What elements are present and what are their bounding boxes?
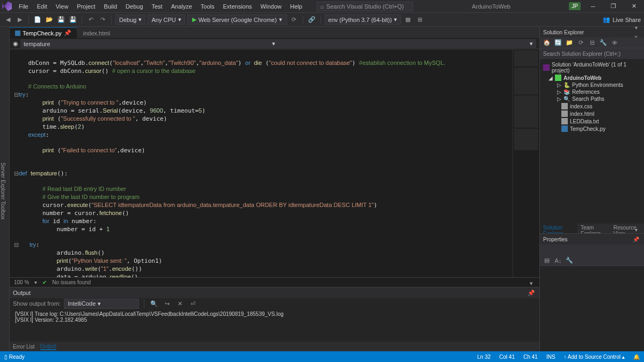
redo-button[interactable]: ↷ [98,15,107,25]
pin-icon[interactable]: 📌 [64,29,71,36]
error-list-tab[interactable]: Error List [13,344,35,350]
autohide-icon[interactable]: 📌 [631,234,641,244]
autohide-icon[interactable]: 📌 [526,288,536,298]
chevron-down-icon[interactable]: ▾ [34,279,37,285]
menu-edit[interactable]: Edit [33,2,51,11]
menu-extensions[interactable]: Extensions [219,2,256,11]
wrap-button[interactable]: ⏎ [188,299,197,308]
main-toolbar: ◀ ▶ 📄 📂 💾 💾 ↶ ↷ Debug▾ Any CPU▾ ▶Web Ser… [0,13,644,27]
zoom-level[interactable]: 100 % [14,279,29,285]
output-tab[interactable]: Output [40,343,56,350]
expand-icon[interactable]: ▷ [557,96,561,102]
platform-combo[interactable]: Any CPU▾ [148,14,185,25]
editor-section: TempCheck.py 📌 index.html ◉ tempature ▾ … [10,27,539,351]
user-badge[interactable]: JP [569,2,581,10]
refresh-button[interactable]: ⟳ [289,15,299,25]
menu-analyze[interactable]: Analyze [167,2,196,11]
output-source-label: Show output from: [13,300,61,307]
menu-help[interactable]: Help [286,2,306,11]
expand-icon[interactable]: ◢ [548,75,553,81]
categorize-icon[interactable]: ▤ [542,256,552,265]
sync-icon[interactable]: 🔄 [553,38,563,48]
solution-node[interactable]: Solution 'ArduinoToWeb' (1 of 1 project) [541,61,643,74]
minimize-button[interactable]: ─ [585,1,601,12]
quick-launch-input[interactable]: ⌕ Search Visual Studio (Ctrl+Q) [317,2,413,11]
expand-icon[interactable]: ▷ [557,89,561,95]
maximize-button[interactable]: ❐ [605,1,621,12]
menu-test[interactable]: Test [148,2,166,11]
expand-icon[interactable]: ▷ [557,82,561,88]
menu-project[interactable]: Project [73,2,99,11]
clear-button[interactable]: ✕ [175,299,185,308]
member-combo-2[interactable]: ▾ [279,39,537,48]
wrench-icon[interactable]: 🔧 [565,256,574,265]
save-button[interactable]: 💾 [56,15,66,25]
output-body[interactable]: [VSIX I] Trace log: C:\Users\James\AppDa… [10,309,539,342]
folder-search-paths[interactable]: ▷ 🔍 Search Paths [541,95,643,102]
layout-button[interactable]: ⊞ [415,15,425,25]
file-index-css[interactable]: index.css [541,102,643,110]
goto-button[interactable]: ↪ [162,299,172,308]
member-combo[interactable]: tempature ▾ [20,39,279,48]
save-all-button[interactable]: 💾 [68,15,78,25]
tab-solution-explorer[interactable]: Solution Explorer [540,224,577,233]
code-minimap[interactable] [513,49,539,277]
show-all-icon[interactable]: 📁 [565,38,574,48]
tab-index-html[interactable]: index.html [78,28,115,38]
file-index-html[interactable]: index.html [541,110,643,117]
open-button[interactable]: 📂 [45,15,54,25]
file-tempcheck[interactable]: TempCheck.py [541,125,643,132]
menu-file[interactable]: File [15,2,32,11]
properties-icon[interactable]: 🔧 [598,38,608,48]
status-line: Ln 32 [477,354,491,360]
refresh-icon[interactable]: ⟳ [576,38,586,48]
source-control-button[interactable]: ↑ Add to Source Control ▴ [564,354,625,360]
chevron-down-icon: ▾ [138,16,142,23]
dropdown-icon[interactable]: ▾ [631,27,641,32]
collapse-icon[interactable]: ⊟ [587,38,597,48]
right-panel: Solution Explorer ▾ ✕ 🏠 🔄 📁 ⟳ ⊟ 🔧 👁 Sear… [539,27,644,351]
folder-python-env[interactable]: ▷ 🐍 Python Environments [541,82,643,88]
menu-view[interactable]: View [52,2,72,11]
live-share-button[interactable]: 👥 Live Share [603,16,641,23]
home-icon[interactable]: 🏠 [542,38,552,48]
alphabetize-icon[interactable]: A↓ [553,256,563,265]
nav-forward-button[interactable]: ▶ [15,15,25,25]
tab-team-explorer[interactable]: Team Explorer [577,224,610,233]
output-line: [VSIX I] Version: 2.2.182.4985 [15,317,534,323]
menu-tools[interactable]: Tools [197,2,218,11]
config-combo[interactable]: Debug▾ [115,14,145,25]
properties-combo[interactable] [540,245,644,255]
properties-header: Properties ▾ 📌 ✕ [540,234,644,245]
preview-icon[interactable]: 👁 [610,38,619,48]
menu-build[interactable]: Build [100,2,121,11]
start-button[interactable]: ▶Web Server (Google Chrome)▾ [187,14,287,25]
find-button[interactable]: 🔍 [149,299,159,308]
menu-window[interactable]: Window [257,2,285,11]
menu-debug[interactable]: Debug [122,2,147,11]
project-node[interactable]: ◢ ArduinoToWeb [541,74,643,82]
new-button[interactable]: 📄 [33,15,42,25]
solution-search-input[interactable]: Search Solution Explorer (Ctrl+;) [540,48,644,59]
left-sidebar[interactable]: Server Explorer Toolbox [0,27,10,351]
output-source-combo[interactable]: IntelliCode▾ [64,299,139,309]
notifications-icon[interactable]: 🔔 [633,354,640,360]
browser-link-icon[interactable]: 🔗 [307,15,317,25]
code-content[interactable]: dbConn = MySQLdb.connect("localhost","Tw… [10,49,513,277]
status-ins: INS [546,354,555,360]
tab-tempcheck[interactable]: TempCheck.py 📌 [10,27,77,38]
folder-references[interactable]: ▷ 📚 References [541,88,643,95]
pin-icon[interactable]: ▾ [526,278,536,288]
dropdown-icon[interactable]: ▾ [631,225,641,234]
environment-combo[interactable]: env (Python 3.7 (64-bit))▾ [325,14,401,25]
close-button[interactable]: ✕ [626,1,642,12]
code-editor[interactable]: dbConn = MySQLdb.connect("localhost","Tw… [10,49,539,277]
scope-icon: ◉ [13,40,18,47]
module-button[interactable]: ▦ [403,15,413,25]
file-leddata[interactable]: LEDData.txt [541,117,643,125]
properties-panel: Properties ▾ 📌 ✕ ▤ A↓ 🔧 [540,233,644,351]
nav-back-button[interactable]: ◀ [3,15,13,25]
solution-tree: Solution 'ArduinoToWeb' (1 of 1 project)… [540,59,644,224]
live-share-icon: 👥 [603,16,610,23]
undo-button[interactable]: ↶ [86,15,96,25]
